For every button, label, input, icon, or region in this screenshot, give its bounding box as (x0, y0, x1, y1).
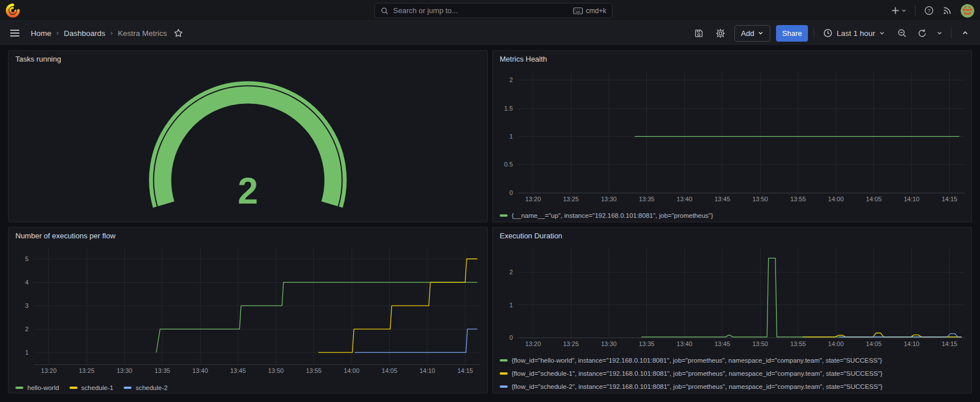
grafana-logo[interactable] (6, 3, 20, 18)
x-tick-label: 13:50 (752, 196, 768, 202)
help-button[interactable]: ? (924, 6, 934, 15)
panel-title[interactable]: Execution Duration (493, 228, 971, 244)
search-shortcut: cmd+k (573, 7, 606, 15)
series-line (156, 282, 477, 352)
legend-item[interactable]: {flow_id="hello-world", instance="192.16… (500, 355, 971, 366)
y-tick-label: 2 (25, 326, 28, 332)
breadcrumb-dashboards[interactable]: Dashboards (64, 29, 105, 38)
svg-text:?: ? (928, 8, 930, 14)
rss-icon (942, 6, 952, 15)
series-line (642, 258, 962, 337)
panel-metrics-health: Metrics Health 13:2013:2513:3013:3513:40… (492, 50, 972, 222)
x-tick-label: 13:30 (601, 196, 617, 202)
add-panel-button[interactable]: Add (734, 25, 770, 42)
gear-icon (716, 29, 725, 38)
legend-item[interactable]: schedule-1 (70, 382, 113, 393)
zoom-out-button[interactable] (894, 25, 910, 41)
gauge-plot: 2 (9, 67, 487, 222)
chart-plot: 13:2013:2513:3013:3513:4013:4513:5013:55… (493, 244, 971, 351)
panel-execution-duration: Execution Duration 13:2013:2513:3013:351… (492, 227, 972, 393)
x-tick-label: 13:35 (639, 340, 655, 347)
favorite-star-button[interactable] (172, 27, 185, 39)
legend-swatch (500, 385, 508, 388)
y-tick-label: 1 (25, 349, 28, 356)
x-tick-label: 13:35 (639, 196, 655, 202)
legend-label: {flow_id="schedule-2", instance="192.168… (512, 383, 883, 390)
legend-swatch (124, 387, 132, 389)
chevron-up-icon (962, 30, 969, 36)
save-dashboard-button[interactable] (691, 25, 707, 41)
x-tick-label: 13:35 (154, 367, 170, 374)
x-tick-label: 14:10 (419, 367, 435, 374)
plus-icon (891, 6, 900, 15)
x-tick-label: 14:00 (344, 367, 360, 374)
panel-title[interactable]: Number of executions per flow (9, 228, 487, 244)
gauge-chart[interactable]: 2 (9, 67, 487, 222)
breadcrumb: Home › Dashboards › Kestra Metrics (31, 27, 185, 39)
legend-item[interactable]: {__name__="up", instance="192.168.0.101:… (500, 210, 971, 221)
mega-menu-button[interactable] (7, 25, 23, 41)
x-tick-label: 13:40 (193, 367, 209, 374)
legend-label: schedule-2 (136, 384, 168, 391)
x-tick-label: 13:50 (752, 340, 768, 347)
search-icon (381, 7, 389, 15)
x-tick-label: 14:00 (828, 196, 844, 202)
timeseries-chart[interactable]: 13:2013:2513:3013:3513:4013:4513:5013:55… (493, 67, 971, 222)
y-tick-label: 0.5 (504, 161, 513, 168)
legend-item[interactable]: schedule-2 (124, 382, 168, 393)
legend-item[interactable]: {flow_id="schedule-2", instance="192.168… (500, 381, 971, 392)
dashboard-settings-button[interactable] (713, 25, 729, 41)
x-tick-label: 13:45 (714, 340, 730, 347)
x-tick-label: 13:20 (525, 196, 541, 202)
x-tick-label: 13:45 (230, 367, 246, 374)
x-tick-label: 14:05 (866, 196, 882, 202)
y-tick-label: 1 (509, 302, 513, 308)
add-button-label: Add (741, 29, 754, 38)
series-line (803, 333, 962, 337)
legend-item[interactable]: {flow_id="schedule-1", instance="192.168… (500, 368, 971, 379)
dashboard-grid: Tasks running 2 Metrics Health 13:2013:2… (0, 45, 980, 402)
topbar-actions: ? (891, 0, 974, 21)
breadcrumb-home[interactable]: Home (31, 29, 51, 38)
refresh-button[interactable] (916, 25, 928, 41)
top-bar: Search or jump to... cmd+k (0, 0, 980, 21)
legend-label: {flow_id="hello-world", instance="192.16… (512, 357, 882, 364)
legend-item[interactable]: hello-world (15, 382, 59, 393)
search-input[interactable]: Search or jump to... cmd+k (374, 3, 612, 18)
series-line (839, 334, 961, 337)
timeseries-chart[interactable]: 13:2013:2513:3013:3513:4013:4513:5013:55… (9, 244, 487, 393)
divider (915, 5, 916, 17)
x-tick-label: 13:30 (117, 367, 133, 374)
time-range-picker[interactable]: Last 1 hour (820, 29, 888, 38)
breadcrumb-separator: › (56, 29, 59, 37)
y-tick-label: 1.5 (504, 105, 513, 112)
y-tick-label: 5 (25, 255, 28, 262)
legend-swatch (70, 387, 77, 389)
save-icon (694, 29, 704, 38)
gauge-value: 2 (238, 170, 258, 212)
chart-plot: 13:2013:2513:3013:3513:4013:4513:5013:55… (9, 244, 487, 378)
time-range-label: Last 1 hour (836, 29, 875, 38)
x-tick-label: 13:55 (790, 340, 806, 347)
news-button[interactable] (942, 6, 952, 15)
x-tick-label: 13:50 (268, 367, 284, 374)
x-tick-label: 14:15 (458, 367, 473, 374)
x-tick-label: 13:55 (306, 367, 322, 374)
chart-legend: hello-worldschedule-1schedule-2 (9, 380, 487, 393)
y-tick-label: 1 (509, 133, 513, 140)
x-tick-label: 14:15 (942, 196, 958, 202)
x-tick-label: 13:40 (677, 340, 693, 347)
timeseries-chart[interactable]: 13:2013:2513:3013:3513:4013:4513:5013:55… (493, 244, 971, 393)
user-avatar[interactable] (961, 4, 974, 18)
collapse-controls-button[interactable] (957, 25, 973, 41)
panel-title[interactable]: Metrics Health (493, 51, 971, 67)
x-tick-label: 13:25 (563, 196, 579, 202)
new-menu-button[interactable] (891, 6, 906, 15)
panel-title[interactable]: Tasks running (9, 51, 487, 67)
star-icon (174, 29, 183, 38)
refresh-interval-button[interactable] (934, 25, 945, 41)
dashboard-actions: Add Share Last 1 hour (691, 25, 973, 42)
hamburger-icon (10, 29, 20, 37)
share-button[interactable]: Share (776, 25, 808, 42)
zoom-out-icon (897, 29, 907, 38)
